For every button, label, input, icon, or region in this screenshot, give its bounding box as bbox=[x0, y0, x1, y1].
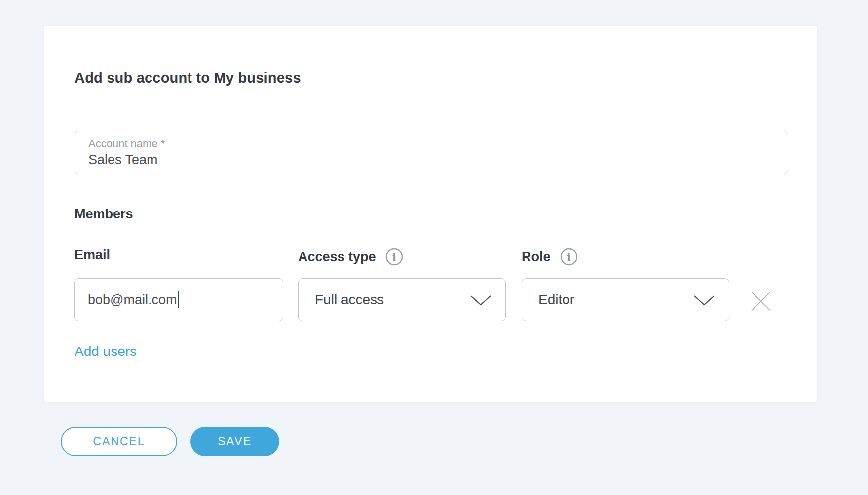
chevron-down-icon bbox=[693, 294, 716, 306]
email-input[interactable]: bob@mail.com bbox=[74, 278, 283, 321]
account-name-value: Sales Team bbox=[88, 152, 158, 168]
email-column-label: Email bbox=[75, 248, 110, 263]
email-value: bob@mail.com bbox=[88, 292, 177, 308]
role-column-header: Role i bbox=[522, 248, 578, 266]
text-caret bbox=[178, 291, 179, 308]
cancel-button[interactable]: CANCEL bbox=[61, 427, 177, 456]
svg-text:i: i bbox=[566, 251, 570, 264]
save-button[interactable]: SAVE bbox=[190, 427, 279, 456]
account-name-field[interactable]: Account name * Sales Team bbox=[75, 131, 788, 174]
account-name-label: Account name * bbox=[88, 138, 165, 150]
info-icon[interactable]: i bbox=[385, 248, 404, 266]
role-select[interactable]: Editor bbox=[522, 278, 729, 321]
access-type-select[interactable]: Full access bbox=[298, 278, 506, 321]
access-type-column-label: Access type bbox=[298, 249, 376, 265]
add-users-link[interactable]: Add users bbox=[75, 344, 137, 359]
access-type-column-header: Access type i bbox=[298, 248, 404, 266]
svg-text:i: i bbox=[392, 251, 396, 264]
access-type-value: Full access bbox=[315, 292, 384, 308]
email-column-header: Email bbox=[75, 248, 110, 263]
info-icon[interactable]: i bbox=[560, 248, 578, 266]
page-title: Add sub account to My business bbox=[75, 70, 301, 86]
chevron-down-icon bbox=[469, 294, 492, 306]
members-heading: Members bbox=[75, 207, 133, 222]
add-sub-account-card: Add sub account to My business Account n… bbox=[44, 26, 817, 402]
role-value: Editor bbox=[538, 292, 574, 308]
role-column-label: Role bbox=[522, 249, 551, 265]
remove-row-x-icon[interactable] bbox=[750, 290, 772, 313]
